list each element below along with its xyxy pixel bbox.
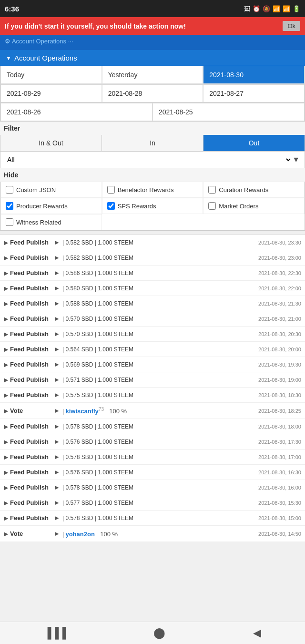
date-active[interactable]: 2021-08-30 bbox=[203, 66, 305, 84]
op-play-icon[interactable]: ▶ bbox=[55, 300, 59, 307]
operation-row: ▶ Feed Publish ▶ | 0.578 SBD | 1.000 STE… bbox=[0, 419, 305, 434]
op-play-icon[interactable]: ▶ bbox=[55, 500, 59, 506]
nav-back-button[interactable]: ◀ bbox=[253, 627, 261, 639]
op-type: Feed Publish bbox=[10, 315, 53, 322]
checkbox-benefactor-rewards[interactable]: Benefactor Rewards bbox=[102, 182, 203, 198]
op-play-icon[interactable]: ▶ bbox=[55, 423, 59, 429]
date-d5[interactable]: 2021-08-25 bbox=[152, 103, 305, 121]
nav-home-button[interactable]: ⬤ bbox=[153, 627, 165, 639]
op-play-icon[interactable]: ▶ bbox=[55, 392, 59, 398]
alert-ok-button[interactable]: Ok bbox=[283, 21, 300, 31]
checkbox-sps-rewards[interactable]: SPS Rewards bbox=[102, 198, 203, 214]
op-type: Feed Publish bbox=[10, 361, 53, 368]
section-header[interactable]: ▼ Account Operations bbox=[0, 50, 305, 66]
op-expand-arrow[interactable]: ▶ bbox=[4, 423, 8, 430]
op-expand-arrow[interactable]: ▶ bbox=[4, 408, 8, 414]
filter-dropdown[interactable]: All bbox=[5, 155, 292, 164]
checkbox-market-orders[interactable]: Market Orders bbox=[203, 198, 305, 214]
checkbox-producer-rewards-input[interactable] bbox=[6, 202, 13, 210]
op-data: | 0.571 SBD | 1.000 STEEM bbox=[61, 377, 256, 383]
op-date: 2021-08-30, 17:00 bbox=[258, 454, 301, 460]
alert-message: If you didn't start it yourself, you sho… bbox=[5, 22, 186, 30]
date-today[interactable]: Today bbox=[0, 66, 102, 84]
op-play-icon[interactable]: ▶ bbox=[55, 270, 59, 276]
op-play-icon[interactable]: ▶ bbox=[55, 531, 59, 537]
op-expand-arrow[interactable]: ▶ bbox=[4, 469, 8, 476]
op-expand-arrow[interactable]: ▶ bbox=[4, 331, 8, 337]
op-expand-arrow[interactable]: ▶ bbox=[4, 346, 8, 353]
date-d4[interactable]: 2021-08-26 bbox=[0, 103, 152, 121]
op-play-icon[interactable]: ▶ bbox=[55, 515, 59, 521]
op-play-icon[interactable]: ▶ bbox=[55, 239, 59, 245]
operation-row: ▶ Feed Publish ▶ | 0.569 SBD | 1.000 STE… bbox=[0, 357, 305, 372]
checkbox-witness-related-input[interactable] bbox=[6, 218, 13, 226]
op-expand-arrow[interactable]: ▶ bbox=[4, 531, 8, 537]
op-expand-arrow[interactable]: ▶ bbox=[4, 500, 8, 506]
op-expand-arrow[interactable]: ▶ bbox=[4, 484, 8, 491]
date-yesterday[interactable]: Yesterday bbox=[102, 66, 203, 84]
operation-row: ▶ Feed Publish ▶ | 0.578 SBD | 1.000 STE… bbox=[0, 450, 305, 465]
op-expand-arrow[interactable]: ▶ bbox=[4, 316, 8, 322]
checkbox-sps-rewards-input[interactable] bbox=[107, 202, 115, 210]
checkbox-witness-related[interactable]: Witness Related bbox=[0, 214, 102, 230]
op-vote-data: | kiwiscanfly73 100 % bbox=[61, 407, 256, 415]
op-play-icon[interactable]: ▶ bbox=[55, 361, 59, 368]
nav-row: ⚙ Account Operations ··· bbox=[0, 35, 305, 50]
op-type: Feed Publish bbox=[10, 376, 53, 383]
vote-pct: 100 % bbox=[109, 408, 127, 415]
date-d2[interactable]: 2021-08-28 bbox=[102, 84, 203, 102]
op-date: 2021-08-30, 15:00 bbox=[258, 515, 301, 521]
op-expand-arrow[interactable]: ▶ bbox=[4, 255, 8, 261]
checkbox-producer-rewards[interactable]: Producer Rewards bbox=[0, 198, 102, 214]
op-play-icon[interactable]: ▶ bbox=[55, 469, 59, 475]
op-play-icon[interactable]: ▶ bbox=[55, 285, 59, 291]
alert-bar: If you didn't start it yourself, you sho… bbox=[0, 17, 305, 35]
vote-user[interactable]: yohan2on bbox=[65, 531, 94, 538]
op-expand-arrow[interactable]: ▶ bbox=[4, 285, 8, 292]
op-play-icon[interactable]: ▶ bbox=[55, 408, 59, 414]
op-date: 2021-08-30, 21:00 bbox=[258, 316, 301, 322]
op-type: Vote bbox=[10, 530, 53, 537]
tab-in-out[interactable]: In & Out bbox=[0, 135, 102, 151]
op-expand-arrow[interactable]: ▶ bbox=[4, 270, 8, 276]
date-d1[interactable]: 2021-08-29 bbox=[0, 84, 102, 102]
nav-menu-button[interactable]: ▐▐▐ bbox=[44, 627, 66, 639]
op-data: | 0.575 SBD | 1.000 STEEM bbox=[61, 392, 256, 399]
date-grid-row2: 2021-08-29 2021-08-28 2021-08-27 bbox=[0, 84, 305, 103]
checkbox-curation-rewards-input[interactable] bbox=[208, 186, 216, 194]
status-time: 6:36 bbox=[5, 5, 19, 13]
checkbox-custom-json[interactable]: Custom JSON bbox=[0, 182, 102, 198]
op-expand-arrow[interactable]: ▶ bbox=[4, 439, 8, 445]
op-type: Vote bbox=[10, 407, 53, 414]
op-expand-arrow[interactable]: ▶ bbox=[4, 515, 8, 521]
checkbox-custom-json-input[interactable] bbox=[6, 186, 13, 194]
checkbox-market-orders-input[interactable] bbox=[208, 202, 216, 210]
op-date: 2021-08-30, 17:30 bbox=[258, 439, 301, 445]
op-play-icon[interactable]: ▶ bbox=[55, 454, 59, 460]
op-expand-arrow[interactable]: ▶ bbox=[4, 377, 8, 383]
op-expand-arrow[interactable]: ▶ bbox=[4, 454, 8, 460]
checkbox-curation-rewards[interactable]: Curation Rewards bbox=[203, 182, 305, 198]
filter-dropdown-row[interactable]: All ▼ bbox=[0, 152, 305, 168]
date-d3[interactable]: 2021-08-27 bbox=[203, 84, 305, 102]
op-play-icon[interactable]: ▶ bbox=[55, 255, 59, 261]
op-expand-arrow[interactable]: ▶ bbox=[4, 239, 8, 246]
op-play-icon[interactable]: ▶ bbox=[55, 484, 59, 491]
gallery-icon: 🖼 bbox=[244, 5, 250, 12]
hide-checkbox-grid: Custom JSON Benefactor Rewards Curation … bbox=[0, 182, 305, 231]
operation-row: ▶ Vote ▶ | kiwiscanfly73 100 % 2021-08-3… bbox=[0, 403, 305, 419]
op-play-icon[interactable]: ▶ bbox=[55, 316, 59, 322]
tab-in[interactable]: In bbox=[102, 135, 203, 151]
operation-row: ▶ Feed Publish ▶ | 0.571 SBD | 1.000 STE… bbox=[0, 372, 305, 388]
op-expand-arrow[interactable]: ▶ bbox=[4, 392, 8, 399]
op-play-icon[interactable]: ▶ bbox=[55, 346, 59, 352]
vote-user[interactable]: kiwiscanfly bbox=[65, 408, 98, 415]
op-expand-arrow[interactable]: ▶ bbox=[4, 361, 8, 368]
op-play-icon[interactable]: ▶ bbox=[55, 377, 59, 383]
op-play-icon[interactable]: ▶ bbox=[55, 439, 59, 445]
op-date: 2021-08-30, 16:30 bbox=[258, 470, 301, 475]
op-expand-arrow[interactable]: ▶ bbox=[4, 300, 8, 307]
op-play-icon[interactable]: ▶ bbox=[55, 331, 59, 337]
checkbox-benefactor-rewards-input[interactable] bbox=[107, 186, 115, 194]
tab-out[interactable]: Out bbox=[203, 135, 305, 151]
